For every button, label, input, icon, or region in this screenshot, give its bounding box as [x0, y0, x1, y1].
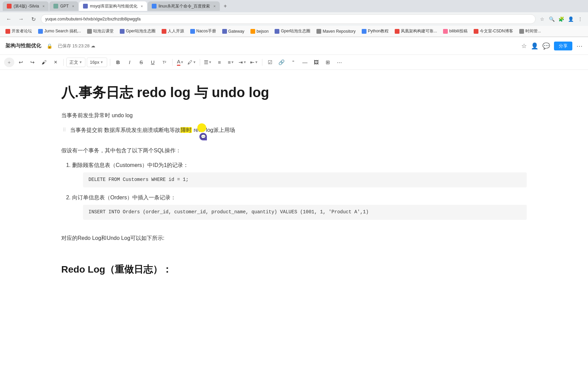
- zoom-icon[interactable]: 🔍: [548, 15, 555, 23]
- image-button[interactable]: 🖼: [311, 58, 322, 67]
- sep5: [262, 59, 262, 66]
- numbered-list-button[interactable]: ≡ ▼: [226, 58, 236, 67]
- highlight-button[interactable]: 🖊 ▼: [187, 58, 197, 67]
- bookmark-icon-jumo: [38, 29, 43, 34]
- address-icons: ☆ 🔍 🧩 👤 ⋮: [538, 15, 584, 23]
- undo-button[interactable]: ↩: [16, 58, 26, 67]
- comment-pin[interactable]: 💬: [199, 133, 207, 140]
- indent-button[interactable]: ⇥ ▼: [238, 58, 248, 67]
- bookmark-label-bilibili: bilibili投稿: [449, 28, 467, 34]
- bookmark-nacos[interactable]: Nacos手册: [187, 28, 219, 35]
- bookmark-time[interactable]: 时间管...: [517, 28, 544, 35]
- italic-button[interactable]: I: [125, 58, 135, 67]
- underline-button[interactable]: U: [148, 58, 158, 67]
- font-color-button[interactable]: A ▼: [175, 58, 185, 67]
- tab-favicon-silvia: [7, 4, 12, 9]
- bookmark-renren[interactable]: 人人开源: [159, 28, 187, 35]
- comment-button[interactable]: 💬: [542, 42, 550, 50]
- outdent-button[interactable]: ⇤ ▼: [249, 58, 259, 67]
- bookmark-icon-python: [362, 29, 366, 34]
- bookmark-gper2[interactable]: Gper咕泡生态圈: [272, 28, 313, 35]
- tab-silvia[interactable]: (第4版) -Silvia ×: [3, 1, 49, 11]
- tab-linux[interactable]: linux杀死某个命令_百度搜索 ×: [148, 1, 220, 11]
- redo-button[interactable]: ↪: [27, 58, 37, 67]
- tab-favicon-linux: [152, 4, 157, 9]
- address-bar: ← → ↻ yuque.com/bubuteni-fxhxb/xlgw2z/bx…: [0, 12, 588, 26]
- tab-close-silvia[interactable]: ×: [43, 4, 45, 8]
- bookmark-maven[interactable]: Maven Repository: [314, 28, 358, 34]
- forward-button[interactable]: →: [16, 14, 26, 24]
- bookmark-label-gper1: Gper咕泡生态圈: [126, 28, 156, 34]
- outdent-icon: ⇤: [250, 59, 255, 65]
- code-block-2: INSERT INTO Orders (order_id, customer_i…: [83, 205, 527, 220]
- editor-area[interactable]: 八.事务日志 redo log 与 undo log 当事务前发生异常时 und…: [0, 70, 588, 368]
- bookmark-csdn[interactable]: 今文室-CSDN博客: [471, 28, 516, 35]
- bookmark-star-icon[interactable]: ☆: [538, 15, 546, 23]
- tab-title-mysql: msyql库层架构与性能优化: [90, 3, 137, 9]
- extension-icon[interactable]: 🧩: [557, 15, 565, 23]
- drag-handle-icon[interactable]: ⠿: [61, 125, 67, 135]
- tab-close-mysql[interactable]: ×: [141, 4, 143, 8]
- bookmark-label-csdn: 今文室-CSDN博客: [480, 28, 513, 34]
- star-button[interactable]: ☆: [521, 42, 527, 50]
- paragraph-1: 当事务前发生异常时 undo log: [61, 111, 527, 120]
- indent-icon: ⇥: [239, 59, 243, 65]
- bookmark-python[interactable]: Python教程: [359, 28, 391, 35]
- tab-gpt[interactable]: GPT ×: [49, 1, 78, 11]
- bookmark-gateway[interactable]: Gateway: [219, 28, 247, 34]
- numbered-chevron: ▼: [231, 60, 234, 64]
- section-heading-redo: Redo Log（重做日志）：: [61, 263, 527, 276]
- align-button[interactable]: ☰ ▼: [203, 58, 213, 67]
- add-content-button[interactable]: +: [4, 58, 14, 67]
- reload-button[interactable]: ↻: [29, 14, 38, 24]
- more-button[interactable]: ⋯: [334, 58, 345, 67]
- highlight-chevron: ▼: [193, 60, 196, 64]
- font-size-dropdown[interactable]: 16px ▼: [87, 58, 107, 67]
- bookmark-kaifazhe[interactable]: 开发者论坛: [3, 28, 35, 35]
- link-button[interactable]: 🔗: [277, 58, 287, 67]
- code-block-1: DELETE FROM Customers WHERE id = 1;: [83, 172, 527, 187]
- save-status-text: 已保存 15:23:28: [58, 43, 89, 49]
- tab-close-linux[interactable]: ×: [213, 4, 215, 8]
- hr-button[interactable]: —: [300, 58, 310, 67]
- profile-icon[interactable]: 👤: [567, 15, 574, 23]
- save-status: 已保存 15:23:28 ☁: [58, 43, 95, 49]
- bookmark-label-gper2: Gper咕泡生态圈: [281, 28, 310, 34]
- quote-button[interactable]: ": [288, 58, 298, 67]
- comment-pin-shape: 💬: [199, 133, 207, 140]
- bookmark-fenghuang[interactable]: 凤凰架构构建可靠...: [392, 28, 440, 35]
- sql-operations-list: 删除顾客信息表（Customers）中ID为1的记录： DELETE FROM …: [61, 160, 527, 220]
- strikethrough-button[interactable]: S: [136, 58, 146, 67]
- bookmark-jumo[interactable]: Jumo Search 搞机...: [35, 28, 84, 35]
- bullet-list-button[interactable]: ≡: [214, 58, 225, 67]
- copy-format-button[interactable]: 🖌: [39, 58, 49, 67]
- tab-favicon-mysql: [83, 4, 88, 9]
- address-input[interactable]: yuque.com/bubuteni-fxhxb/xlgw2z/bxzfnzdb…: [41, 14, 536, 24]
- tab-title-linux: linux杀死某个命令_百度搜索: [159, 3, 210, 9]
- app-header: 架构与性能优化 🔒 已保存 15:23:28 ☁ ☆ 👤 💬 分享 ⋯: [0, 37, 588, 55]
- clear-format-button[interactable]: ✕: [50, 58, 61, 67]
- bookmark-label-nacos: Nacos手册: [196, 28, 216, 34]
- bookmark-label-python: Python教程: [368, 28, 389, 34]
- checklist-button[interactable]: ☑: [265, 58, 275, 67]
- new-tab-button[interactable]: +: [220, 1, 230, 11]
- bookmark-label-renren: 人人开源: [168, 28, 184, 34]
- share-button[interactable]: 分享: [554, 42, 572, 50]
- list-item-2: 向订单信息表（Orders）中插入一条记录： INSERT INTO Order…: [72, 193, 527, 220]
- bookmark-gper1[interactable]: Gper咕泡生态圈: [117, 28, 158, 35]
- bookmark-bejson[interactable]: bejson: [248, 28, 271, 34]
- person-button[interactable]: 👤: [531, 42, 538, 50]
- tab-mysql[interactable]: msyql库层架构与性能优化 ×: [79, 1, 147, 11]
- font-style-dropdown[interactable]: 正文 ▼: [66, 58, 85, 67]
- table-button[interactable]: ⊞: [323, 58, 333, 67]
- superscript-button[interactable]: T²: [159, 58, 169, 67]
- bookmark-bilibili[interactable]: bilibili投稿: [440, 28, 470, 35]
- bold-button[interactable]: B: [113, 58, 123, 67]
- outdent-chevron: ▼: [255, 60, 258, 64]
- more-options-icon[interactable]: ⋯: [576, 42, 583, 50]
- menu-icon[interactable]: ⋮: [576, 15, 584, 23]
- bookmark-yuntang[interactable]: 咕泡云课堂: [84, 28, 116, 35]
- back-button[interactable]: ←: [4, 14, 14, 24]
- document-title: 八.事务日志 redo log 与 undo log: [61, 83, 527, 101]
- tab-close-gpt[interactable]: ×: [72, 4, 74, 8]
